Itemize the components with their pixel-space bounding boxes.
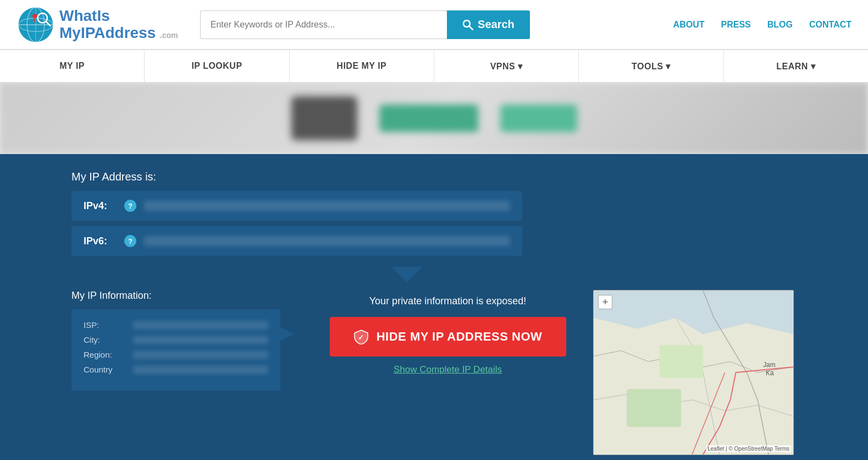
nav-press[interactable]: PRESS [721, 20, 751, 30]
ipv4-label: IPv4: [84, 200, 117, 212]
main-nav: MY IP IP LOOKUP HIDE MY IP VPNS ▾ TOOLS … [0, 50, 868, 83]
city-row: City: [84, 335, 268, 344]
ad-banner-content [0, 83, 868, 154]
svg-text:✓: ✓ [358, 333, 364, 342]
nav-blog[interactable]: BLOG [767, 20, 793, 30]
svg-line-10 [469, 26, 473, 30]
svg-point-7 [32, 13, 37, 18]
main-nav-vpns[interactable]: VPNS ▾ [434, 50, 579, 82]
ipv4-row: IPv4: ? [71, 191, 522, 221]
ip-action-column: Your private information is exposed! ✓ H… [302, 290, 593, 375]
svg-rect-14 [659, 345, 703, 378]
main-nav-hide-my-ip[interactable]: HIDE MY IP [290, 50, 434, 82]
ip-info-label: My IP Information: [71, 290, 280, 302]
main-nav-my-ip[interactable]: MY IP [0, 50, 145, 82]
search-button[interactable]: Search [447, 10, 530, 39]
main-content: My IP Address is: IPv4: ? IPv6: ? My IP … [0, 154, 868, 460]
ip-info-column: My IP Information: ISP: City: Region: Co… [71, 290, 280, 391]
arrow-down-indicator [181, 267, 632, 284]
arrow-right-container [280, 290, 302, 345]
ipv6-row: IPv6: ? [71, 226, 522, 256]
ad-banner [0, 83, 868, 154]
city-label: City: [84, 335, 128, 344]
country-label: Country [84, 365, 128, 374]
main-nav-ip-lookup[interactable]: IP LOOKUP [145, 50, 289, 82]
search-input[interactable] [200, 10, 447, 39]
bottom-section: My IP Information: ISP: City: Region: Co… [71, 290, 797, 460]
nav-about[interactable]: ABOUT [673, 20, 705, 30]
region-label: Region: [84, 350, 128, 359]
main-nav-tools[interactable]: TOOLS ▾ [579, 50, 723, 82]
isp-value [133, 321, 268, 329]
search-bar: Search [200, 10, 530, 39]
country-value [133, 366, 268, 374]
arrow-right-icon [280, 323, 302, 345]
ip-address-section: My IP Address is: IPv4: ? IPv6: ? [71, 171, 797, 261]
logo[interactable]: WhatIs MyIPAddress .com [16, 6, 178, 44]
ipv6-value [144, 236, 510, 246]
ipv4-help-icon[interactable]: ? [124, 200, 136, 212]
isp-label: ISP: [84, 320, 128, 330]
search-icon [462, 19, 473, 30]
svg-text:Jam: Jam [763, 361, 776, 369]
map-attribution: Leaflet | © OpenStreetMap Terms [706, 445, 791, 452]
map-zoom-in-button[interactable]: + [598, 295, 612, 309]
top-nav: ABOUT PRESS BLOG CONTACT [673, 20, 852, 30]
main-nav-learn[interactable]: LEARN ▾ [724, 50, 868, 82]
ipv6-help-icon[interactable]: ? [124, 235, 136, 247]
ipv4-value [144, 201, 510, 211]
hide-ip-button-label: HIDE MY IP ADDRESS NOW [377, 330, 543, 344]
header: WhatIs MyIPAddress .com Search ABOUT PRE… [0, 0, 868, 50]
region-row: Region: [84, 350, 268, 359]
nav-contact[interactable]: CONTACT [809, 20, 852, 30]
map-container[interactable]: Jam Ka + Leaflet | © OpenStreetMap Terms [593, 290, 794, 455]
ipv6-label: IPv6: [84, 236, 117, 247]
show-complete-details-link[interactable]: Show Complete IP Details [394, 364, 502, 375]
exposed-text: Your private information is exposed! [369, 295, 527, 307]
shield-icon: ✓ [353, 329, 369, 344]
logo-text: WhatIs MyIPAddress .com [59, 8, 178, 42]
region-value [133, 351, 268, 359]
svg-rect-15 [627, 389, 681, 428]
isp-row: ISP: [84, 320, 268, 330]
map-svg: Jam Ka [594, 291, 793, 454]
logo-globe-icon [16, 6, 55, 44]
hide-ip-button[interactable]: ✓ HIDE MY IP ADDRESS NOW [330, 317, 566, 357]
svg-text:Ka: Ka [766, 369, 774, 377]
ip-address-label: My IP Address is: [71, 171, 797, 183]
city-value [133, 336, 268, 344]
svg-marker-11 [280, 327, 294, 341]
map-column: Jam Ka + Leaflet | © OpenStreetMap Terms… [593, 290, 797, 460]
country-row: Country [84, 365, 268, 374]
ip-info-box: ISP: City: Region: Country [71, 309, 280, 391]
